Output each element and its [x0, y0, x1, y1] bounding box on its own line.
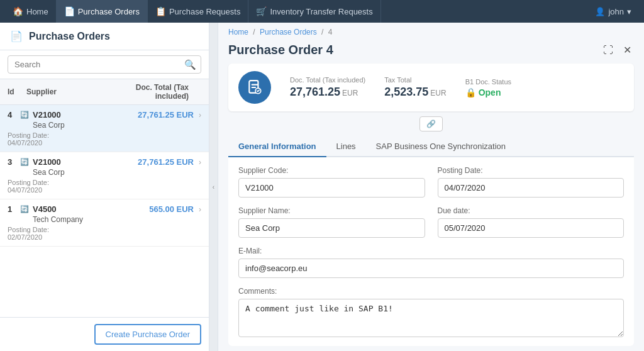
- nav-purchase-orders[interactable]: 📄 Purchase Orders: [57, 0, 148, 23]
- item-id: 1: [8, 204, 20, 214]
- comments-textarea[interactable]: [238, 299, 624, 337]
- comments-group: Comments:: [238, 287, 624, 337]
- sidebar-header: 📄 Purchase Orders: [0, 23, 209, 50]
- sync-box: 🔗: [419, 116, 443, 131]
- supplier-code-group: Supplier Code:: [238, 166, 425, 198]
- search-icon[interactable]: 🔍: [184, 59, 196, 70]
- breadcrumb-current: 4: [328, 28, 333, 36]
- chevron-right-icon: ›: [199, 205, 201, 214]
- inventory-icon: 🛒: [256, 6, 267, 16]
- nav-purchase-requests[interactable]: 📋 Purchase Requests: [148, 0, 248, 23]
- status-value: Open: [479, 87, 501, 98]
- email-group: E-Mail:: [238, 247, 624, 278]
- comments-label: Comments:: [238, 287, 624, 296]
- item-supplier-code: V21000: [33, 157, 138, 167]
- sync-icon: 🔄: [20, 205, 33, 213]
- b1-doc-status-field: B1 Doc. Status 🔒 Open: [465, 78, 511, 98]
- tabs-bar: General Information Lines SAP Business O…: [228, 136, 634, 157]
- item-supplier-code: V21000: [33, 110, 138, 120]
- col-id-header: Id: [8, 87, 26, 96]
- supplier-name-input[interactable]: [238, 218, 425, 238]
- nav-purchase-orders-label: Purchase Orders: [78, 7, 140, 16]
- posting-date-input[interactable]: [438, 178, 625, 198]
- due-date-input[interactable]: [438, 218, 625, 238]
- collapse-icon: ‹: [213, 184, 214, 191]
- list-header: Id Supplier Doc. Total (Tax included): [0, 79, 209, 105]
- list-item[interactable]: 1 🔄 V4500 565.00 EUR › Tech Company Post…: [0, 199, 209, 247]
- tax-total-label: Tax Total: [384, 76, 446, 84]
- doc-total-value: 27,761.25EUR: [290, 86, 365, 99]
- posting-date-label: Posting Date:: [438, 166, 625, 175]
- sync-indicator: 🔗: [228, 116, 634, 131]
- chevron-right-icon: ›: [199, 158, 201, 167]
- search-input[interactable]: [8, 55, 201, 74]
- nav-home-label: Home: [26, 7, 48, 16]
- sidebar: 📄 Purchase Orders 🔍 Id Supplier Doc. Tot…: [0, 23, 209, 351]
- breadcrumb-section[interactable]: Purchase Orders: [260, 28, 317, 36]
- form-area: Supplier Code: Posting Date: Supplier Na…: [228, 157, 634, 346]
- breadcrumb-home[interactable]: Home: [228, 28, 248, 36]
- tab-sap-sync[interactable]: SAP Business One Synchronization: [366, 136, 516, 157]
- item-id: 4: [8, 110, 20, 120]
- detail-header-actions: ⛶ ✕: [601, 42, 634, 58]
- nav-inventory-label: Inventory Transfer Requests: [270, 7, 372, 16]
- user-name: john: [608, 7, 624, 16]
- item-supplier-code: V4500: [33, 204, 149, 214]
- breadcrumb: Home / Purchase Orders / 4: [218, 23, 644, 39]
- detail-title: Purchase Order 4: [228, 43, 333, 57]
- sidebar-footer: Create Purchase Order: [0, 317, 209, 351]
- supplier-name-group: Supplier Name:: [238, 206, 425, 238]
- b1-doc-status-label: B1 Doc. Status: [465, 78, 511, 86]
- form-row-supplier-due: Supplier Name: Due date:: [238, 206, 624, 238]
- item-amount: 27,761.25 EUR: [138, 157, 194, 167]
- nav-inventory-transfer[interactable]: 🛒 Inventory Transfer Requests: [248, 0, 380, 23]
- item-posting-date: Posting Date:04/07/2020: [8, 131, 201, 147]
- list-item[interactable]: 4 🔄 V21000 27,761.25 EUR › Sea Corp Post…: [0, 105, 209, 152]
- search-bar: 🔍: [0, 50, 209, 79]
- user-menu[interactable]: 👤 john ▾: [587, 7, 639, 16]
- document-icon: [238, 71, 271, 104]
- create-purchase-order-button[interactable]: Create Purchase Order: [94, 324, 201, 345]
- due-date-group: Due date:: [438, 206, 625, 238]
- supplier-code-input[interactable]: [238, 178, 425, 198]
- sidebar-collapse-handle[interactable]: ‹: [209, 23, 218, 351]
- chevron-right-icon: ›: [199, 111, 201, 120]
- list-items: 4 🔄 V21000 27,761.25 EUR › Sea Corp Post…: [0, 105, 209, 317]
- expand-button[interactable]: ⛶: [601, 42, 616, 58]
- item-amount: 27,761.25 EUR: [138, 110, 194, 120]
- tax-total-value: 2,523.75EUR: [384, 86, 446, 99]
- detail-panel: Home / Purchase Orders / 4 Purchase Orde…: [218, 23, 644, 351]
- form-row-email: E-Mail:: [238, 247, 624, 278]
- email-input[interactable]: [238, 259, 624, 278]
- sync-icon: 🔄: [20, 111, 33, 119]
- list-item[interactable]: 3 🔄 V21000 27,761.25 EUR › Sea Corp Post…: [0, 152, 209, 199]
- sync-chain-icon: 🔗: [426, 120, 436, 128]
- form-row-comments: Comments:: [238, 287, 624, 337]
- lock-icon: 🔒: [465, 87, 476, 98]
- breadcrumb-sep2: /: [321, 28, 323, 36]
- sidebar-header-icon: 📄: [10, 30, 23, 42]
- tab-general-information[interactable]: General Information: [228, 136, 326, 157]
- nav-purchase-requests-label: Purchase Requests: [169, 7, 240, 16]
- supplier-name-label: Supplier Name:: [238, 206, 425, 215]
- item-posting-date: Posting Date:04/07/2020: [8, 179, 201, 194]
- col-supplier-header: Supplier: [26, 87, 126, 96]
- purchase-requests-icon: 📋: [155, 6, 166, 16]
- supplier-code-label: Supplier Code:: [238, 166, 425, 175]
- item-id: 3: [8, 157, 20, 167]
- nav-home[interactable]: 🏠 Home: [5, 0, 57, 23]
- detail-header: Purchase Order 4 ⛶ ✕: [218, 39, 644, 64]
- posting-date-group: Posting Date:: [438, 166, 625, 198]
- doc-total-label: Doc. Total (Tax included): [290, 76, 365, 84]
- item-posting-date: Posting Date:02/07/2020: [8, 226, 201, 241]
- summary-bar: Doc. Total (Tax included) 27,761.25EUR T…: [228, 64, 634, 111]
- user-chevron-icon: ▾: [627, 7, 631, 16]
- item-supplier-name: Sea Corp: [33, 168, 201, 177]
- close-button[interactable]: ✕: [621, 42, 634, 58]
- tax-total-field: Tax Total 2,523.75EUR: [384, 76, 446, 99]
- tab-lines[interactable]: Lines: [326, 136, 366, 157]
- email-label: E-Mail:: [238, 247, 624, 255]
- item-amount: 565.00 EUR: [149, 204, 194, 214]
- sync-icon: 🔄: [20, 158, 33, 166]
- form-row-supplier-posting: Supplier Code: Posting Date:: [238, 166, 624, 198]
